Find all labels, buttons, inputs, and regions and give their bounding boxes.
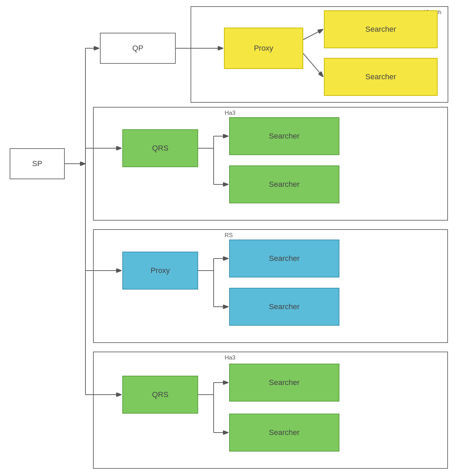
ha3-searcher1-label: Searcher — [269, 132, 299, 141]
rs-searcher1-label: Searcher — [269, 254, 299, 263]
rs-proxy-label: Proxy — [151, 266, 170, 275]
ha3-2-label: Ha3 — [225, 354, 235, 361]
qp-label: QP — [132, 44, 143, 53]
igraph-searcher2-box: Searcher — [324, 58, 438, 96]
ha3-qrs2-box: QRS — [122, 376, 198, 414]
diagram: SP iGraph QP Proxy Searcher Searcher Ha3… — [0, 0, 460, 476]
igraph-searcher1-box: Searcher — [324, 10, 438, 48]
ha3-1-label: Ha3 — [225, 110, 235, 117]
ha3-searcher1-box: Searcher — [229, 117, 339, 155]
ha3-qrs1-label: QRS — [152, 144, 168, 153]
ha3-searcher2-box: Searcher — [229, 165, 339, 203]
igraph-proxy-label: Proxy — [254, 44, 273, 53]
igraph-proxy-box: Proxy — [224, 28, 303, 69]
rs-proxy-box: Proxy — [122, 252, 198, 290]
ha3-qrs2-label: QRS — [152, 390, 168, 399]
sp-box: SP — [10, 148, 65, 179]
rs-label: RS — [225, 232, 233, 239]
rs-searcher2-box: Searcher — [229, 288, 339, 326]
igraph-searcher2-label: Searcher — [365, 72, 396, 81]
sp-label: SP — [32, 159, 42, 168]
rs-searcher1-box: Searcher — [229, 240, 339, 277]
ha3-qrs1-box: QRS — [122, 129, 198, 167]
ha3-searcher4-label: Searcher — [269, 428, 299, 437]
ha3-searcher2-label: Searcher — [269, 180, 299, 189]
ha3-searcher3-label: Searcher — [269, 378, 299, 387]
igraph-searcher1-label: Searcher — [365, 25, 396, 34]
ha3-searcher3-box: Searcher — [229, 364, 339, 402]
ha3-searcher4-box: Searcher — [229, 414, 339, 452]
qp-box: QP — [100, 33, 176, 64]
rs-searcher2-label: Searcher — [269, 302, 299, 311]
